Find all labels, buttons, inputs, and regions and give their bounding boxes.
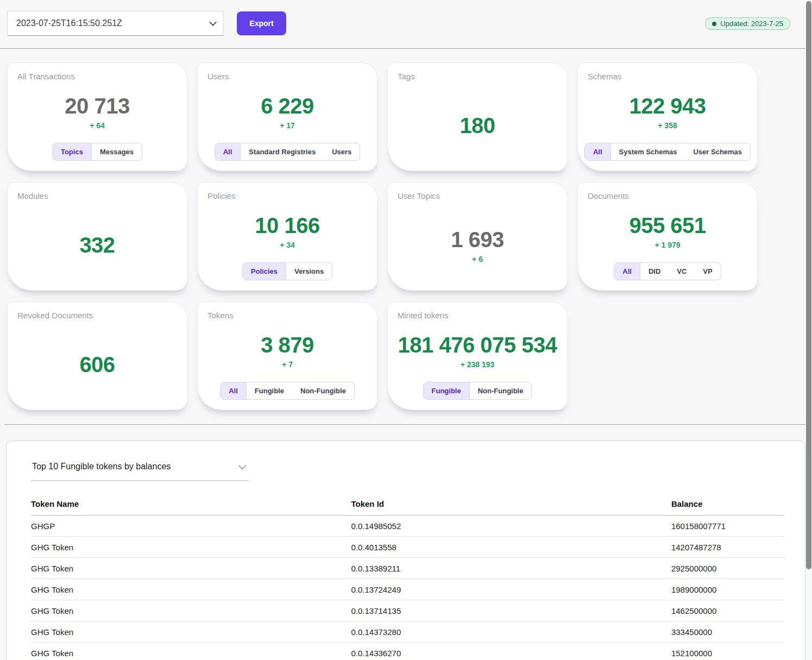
updated-badge-label: Updated: 2023-7-25 — [720, 20, 783, 28]
card-revoked-documents: Revoked Documents 606 — [7, 301, 187, 410]
card-all-transactions: All Transactions 20 713 + 64 Topics Mess… — [7, 62, 187, 171]
stat-value: 3 879 — [261, 333, 314, 357]
table-row: GHG Token 0.0.14373280 333450000 — [31, 621, 784, 643]
stat-delta: + 64 — [90, 121, 105, 130]
card-policies: Policies 10 166 + 34 Policies Versions — [197, 182, 377, 291]
cell-token-name: GHG Token — [31, 600, 351, 621]
stat-value: 955 651 — [629, 213, 706, 238]
cell-token-id: 0.0.13724249 — [351, 579, 671, 600]
table-metric-select[interactable]: Top 10 Fungible tokens by balances — [31, 460, 248, 481]
stat-delta: + 17 — [280, 121, 295, 130]
stat-delta: + 1 979 — [654, 241, 680, 249]
date-select-value: 2023-07-25T16:15:50.251Z — [16, 18, 209, 28]
stat-value: 122 943 — [629, 94, 706, 118]
card-filter-toggle: All Fungible Non-Fungible — [220, 382, 355, 400]
table-row: GHGP 0.0.14985052 160158007771 — [31, 516, 784, 537]
card-tags: Tags 180 — [387, 62, 568, 171]
toggle-option[interactable]: DID — [640, 263, 669, 280]
updated-badge: Updated: 2023-7-25 — [705, 17, 790, 30]
card-title: Modules — [8, 183, 187, 200]
card-title: User Topics — [388, 183, 567, 200]
card-title: All Transactions — [8, 63, 187, 81]
cell-token-id: 0.0.4013558 — [351, 537, 671, 558]
stat-value: 1 693 — [451, 228, 504, 252]
chevron-down-icon — [209, 18, 217, 26]
toggle-option[interactable]: User Schemas — [685, 143, 750, 160]
stat-value: 181 476 075 534 — [398, 333, 557, 357]
toggle-option[interactable]: Messages — [92, 143, 142, 160]
cell-token-name: GHGP — [31, 516, 351, 537]
stat-value: 10 166 — [255, 213, 319, 238]
card-title: Schemas — [578, 63, 757, 81]
card-filter-toggle: All Standard Registries Users — [215, 143, 361, 161]
cell-token-id: 0.0.14336270 — [351, 643, 671, 660]
card-filter-toggle: All DID VC VP — [614, 262, 721, 280]
card-title: Documents — [578, 183, 757, 200]
toggle-option[interactable]: Fungible — [247, 382, 292, 399]
toggle-option[interactable]: Non-Fungible — [292, 382, 354, 399]
toggle-option[interactable]: Policies — [243, 263, 286, 280]
stat-value: 180 — [459, 114, 495, 138]
top-toolbar: 2023-07-25T16:15:50.251Z Export Updated:… — [0, 0, 812, 49]
toggle-option[interactable]: Fungible — [424, 382, 470, 399]
toggle-option[interactable]: All — [221, 382, 247, 399]
toggle-option[interactable]: VP — [695, 263, 720, 280]
cell-balance: 2925000000 — [671, 558, 784, 579]
toggle-option[interactable]: All — [614, 263, 640, 280]
cell-token-name: GHG Token — [31, 643, 351, 660]
scrollbar-thumb[interactable] — [806, 1, 811, 569]
export-button[interactable]: Export — [237, 11, 286, 35]
date-select[interactable]: 2023-07-25T16:15:50.251Z — [7, 11, 224, 36]
table-row: GHG Token 0.0.14336270 152100000 — [31, 643, 784, 660]
card-filter-toggle: All System Schemas User Schemas — [584, 143, 751, 161]
section-divider — [4, 424, 808, 425]
scrollbar-track[interactable] — [805, 0, 812, 660]
toggle-option[interactable]: Users — [324, 143, 360, 160]
cell-token-name: GHG Token — [31, 579, 351, 600]
stat-value: 606 — [79, 353, 115, 377]
card-title: Minted tokens — [388, 302, 567, 320]
card-title: Tokens — [198, 302, 377, 320]
toggle-option[interactable]: Versions — [286, 263, 332, 280]
toggle-option[interactable]: System Schemas — [611, 143, 685, 160]
cell-token-name: GHG Token — [31, 621, 351, 643]
card-users: Users 6 229 + 17 All Standard Registries… — [197, 62, 377, 171]
cell-token-id: 0.0.13714135 — [351, 600, 671, 621]
cell-token-name: GHG Token — [31, 537, 351, 558]
table-row: GHG Token 0.0.13389211 2925000000 — [31, 558, 784, 579]
stats-grid: All Transactions 20 713 + 64 Topics Mess… — [0, 49, 812, 410]
card-filter-toggle: Fungible Non-Fungible — [423, 382, 532, 400]
cell-balance: 1462500000 — [671, 600, 784, 621]
cell-token-id: 0.0.14985052 — [351, 516, 671, 537]
card-tokens: Tokens 3 879 + 7 All Fungible Non-Fungib… — [197, 301, 377, 410]
card-modules: Modules 332 — [7, 182, 187, 291]
stat-delta: + 6 — [472, 255, 483, 263]
stat-delta: + 358 — [658, 121, 677, 130]
toggle-option[interactable]: Non-Fungible — [470, 382, 532, 399]
table-row: GHG Token 0.0.13724249 1989000000 — [31, 579, 784, 600]
toggle-option[interactable]: Topics — [53, 143, 92, 160]
cell-balance: 1989000000 — [671, 579, 784, 600]
fungible-tokens-table: Token Name Token Id Balance GHGP 0.0.149… — [31, 494, 784, 660]
card-title: Revoked Documents — [8, 302, 187, 320]
toggle-option[interactable]: All — [585, 143, 611, 160]
cell-token-id: 0.0.14373280 — [351, 621, 671, 643]
stat-delta: + 7 — [282, 360, 293, 369]
stat-value: 332 — [79, 233, 115, 257]
stat-delta: + 238 193 — [461, 360, 495, 369]
card-title: Tags — [388, 63, 567, 81]
card-filter-toggle: Policies Versions — [242, 262, 332, 280]
table-header-row: Token Name Token Id Balance — [31, 494, 784, 516]
stat-value: 6 229 — [261, 94, 314, 118]
card-title: Users — [198, 63, 377, 81]
tokens-table-card: Top 10 Fungible tokens by balances Token… — [6, 441, 805, 660]
toggle-option[interactable]: All — [215, 143, 241, 160]
cell-token-name: GHG Token — [31, 558, 351, 579]
cell-balance: 152100000 — [671, 643, 784, 660]
card-documents: Documents 955 651 + 1 979 All DID VC VP — [577, 182, 758, 291]
stat-value: 20 713 — [65, 94, 129, 118]
toggle-option[interactable]: VC — [669, 263, 695, 280]
table-row: GHG Token 0.0.13714135 1462500000 — [31, 600, 784, 621]
toggle-option[interactable]: Standard Registries — [241, 143, 324, 160]
card-minted-tokens: Minted tokens 181 476 075 534 + 238 193 … — [387, 301, 568, 410]
